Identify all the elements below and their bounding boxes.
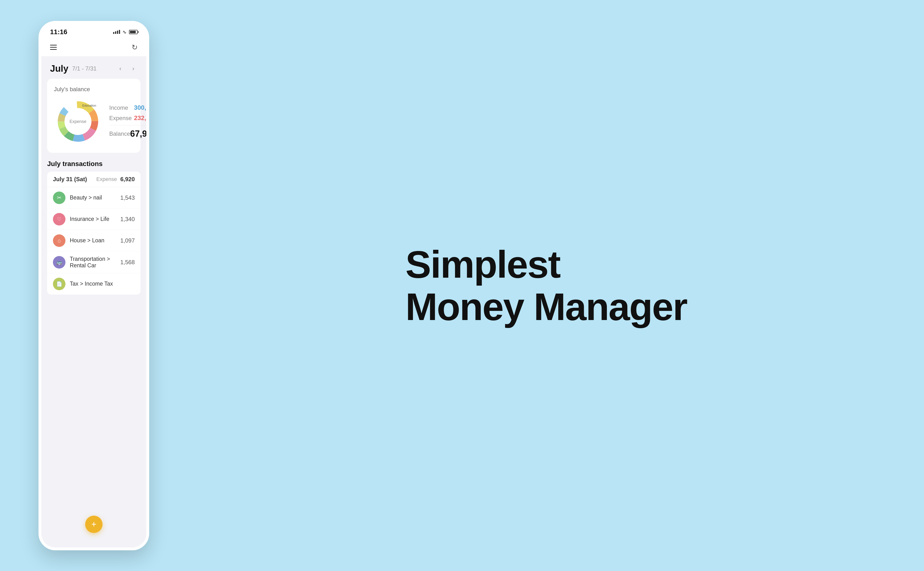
tx-icon-transport: 🚌 — [53, 256, 65, 269]
tx-amount-house: 1,097 — [120, 237, 135, 244]
tx-icon-tax: 📄 — [53, 278, 65, 290]
donut-chart: Education Expense — [54, 97, 102, 145]
donut-center-label: Expense — [69, 119, 86, 124]
transaction-day: July 31 (Sat) Expense 6,920 ✂ Beauty > n… — [47, 171, 140, 295]
left-panel: 11:16 ∿ ↻ — [0, 0, 168, 571]
day-date: July 31 (Sat) — [53, 176, 87, 183]
status-time: 11:16 — [50, 28, 67, 36]
tx-amount-transport: 1,568 — [120, 259, 135, 265]
tx-icon-beauty: ✂ — [53, 191, 65, 204]
month-nav: ‹ › — [116, 64, 138, 73]
month-header: July 7/1 - 7/31 ‹ › — [42, 56, 146, 79]
balance-row: Balance 67,958 — [109, 129, 146, 139]
content-area: July 7/1 - 7/31 ‹ › July's balance — [42, 56, 146, 548]
balance-card: July's balance — [47, 79, 140, 153]
transactions-section: July transactions July 31 (Sat) Expense … — [42, 157, 146, 295]
tx-name-tax: Tax > Income Tax — [70, 281, 130, 287]
hero-line1: Simplest — [406, 243, 687, 286]
top-nav: ↻ — [42, 38, 146, 56]
tx-icon-house: ⌂ — [53, 235, 65, 247]
phone-inner: 11:16 ∿ ↻ — [42, 24, 146, 548]
day-expense-label: Expense — [96, 176, 117, 182]
day-expense-value: 6,920 — [120, 176, 135, 183]
tx-name-house: House > Loan — [70, 237, 116, 244]
income-label: Income — [109, 105, 128, 111]
next-month-button[interactable]: › — [129, 64, 138, 73]
hero-text-container: Simplest Money Manager — [406, 243, 687, 328]
phone-mockup: 11:16 ∿ ↻ — [39, 21, 149, 550]
day-summary: Expense 6,920 — [96, 176, 135, 183]
menu-button[interactable] — [50, 45, 57, 50]
transaction-item[interactable]: ⌂ House > Loan 1,097 — [47, 230, 140, 252]
transaction-item[interactable]: 📄 Tax > Income Tax — [47, 273, 140, 295]
tx-amount-insurance: 1,340 — [120, 216, 135, 222]
month-title: July — [50, 63, 68, 74]
prev-month-button[interactable]: ‹ — [116, 64, 125, 73]
balance-value: 67,958 — [130, 129, 146, 139]
expense-value: 232,042 — [134, 114, 146, 122]
hero-line2: Money Manager — [406, 286, 687, 328]
day-header: July 31 (Sat) Expense 6,920 — [47, 171, 140, 187]
status-icons: ∿ — [113, 29, 138, 35]
tx-name-transport: Transportation > Rental Car — [70, 256, 116, 269]
expense-row: Expense 232,042 — [109, 114, 146, 122]
transaction-item[interactable]: 🚌 Transportation > Rental Car 1,568 — [47, 252, 140, 273]
add-transaction-button[interactable]: + — [85, 515, 102, 533]
month-range: 7/1 - 7/31 — [72, 65, 97, 72]
expense-label: Expense — [109, 115, 132, 122]
refresh-button[interactable]: ↻ — [132, 43, 138, 51]
status-bar: 11:16 ∿ — [42, 24, 146, 38]
wifi-icon: ∿ — [122, 29, 126, 35]
income-value: 300,000 — [134, 104, 146, 111]
transactions-title: July transactions — [47, 160, 140, 168]
tx-amount-beauty: 1,543 — [120, 194, 135, 201]
education-label: Education — [82, 104, 96, 107]
stat-divider — [109, 125, 146, 125]
battery-icon — [129, 30, 138, 34]
right-panel: Simplest Money Manager — [168, 0, 924, 571]
plus-icon: + — [91, 520, 96, 529]
income-row: Income 300,000 — [109, 104, 146, 111]
tx-name-insurance: Insurance > Life — [70, 216, 116, 222]
tx-icon-insurance: ♡ — [53, 213, 65, 225]
balance-content: Education Expense Income 300,000 Expen — [54, 97, 134, 145]
transaction-item[interactable]: ♡ Insurance > Life 1,340 — [47, 208, 140, 230]
signal-icon — [113, 30, 120, 34]
balance-label: Balance — [109, 130, 130, 137]
tx-name-beauty: Beauty > nail — [70, 194, 116, 201]
transaction-item[interactable]: ✂ Beauty > nail 1,543 — [47, 187, 140, 208]
balance-stats: Income 300,000 Expense 232,042 Balance 6… — [109, 104, 146, 139]
balance-card-title: July's balance — [54, 86, 134, 93]
